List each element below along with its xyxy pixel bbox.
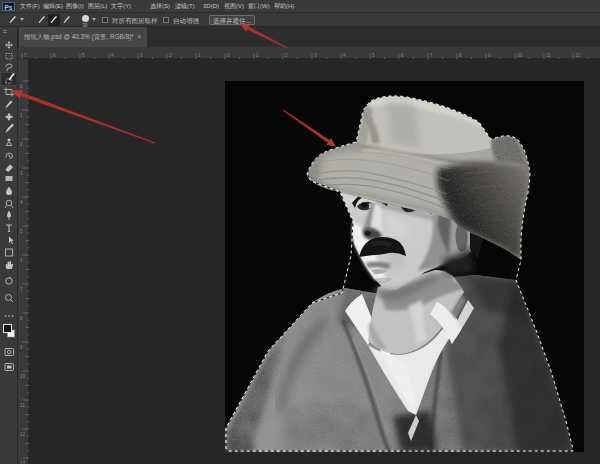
svg-text:6: 6 [20,258,23,263]
svg-text:2: 2 [20,142,23,147]
svg-text:1: 1 [198,53,201,58]
svg-text:4: 4 [111,53,114,58]
svg-text:11: 11 [546,53,551,58]
svg-text:8: 8 [20,316,23,321]
svg-text:5: 5 [372,53,375,58]
svg-text:8: 8 [459,53,462,58]
svg-text:2: 2 [285,53,288,58]
svg-text:10: 10 [20,374,26,379]
svg-text:7: 7 [24,53,27,58]
svg-text:7: 7 [430,53,433,58]
svg-text:12: 12 [20,432,26,437]
svg-text:1: 1 [20,113,23,118]
svg-text:5: 5 [20,229,23,234]
svg-text:12: 12 [575,53,581,58]
svg-text:7: 7 [20,287,23,292]
svg-text:6: 6 [401,53,404,58]
svg-text:1: 1 [256,53,259,58]
svg-text:10: 10 [517,53,523,58]
svg-text:11: 11 [20,403,25,408]
svg-text:9: 9 [488,53,491,58]
svg-text:9: 9 [20,345,23,350]
svg-text:6: 6 [53,53,56,58]
svg-text:4: 4 [343,53,346,58]
svg-text:3: 3 [20,171,23,176]
svg-text:2: 2 [169,53,172,58]
svg-text:0: 0 [227,53,230,58]
svg-text:3: 3 [140,53,143,58]
svg-text:3: 3 [314,53,317,58]
svg-text:13: 13 [20,461,26,464]
svg-text:0: 0 [20,84,23,89]
svg-text:4: 4 [20,200,23,205]
svg-text:5: 5 [82,53,85,58]
